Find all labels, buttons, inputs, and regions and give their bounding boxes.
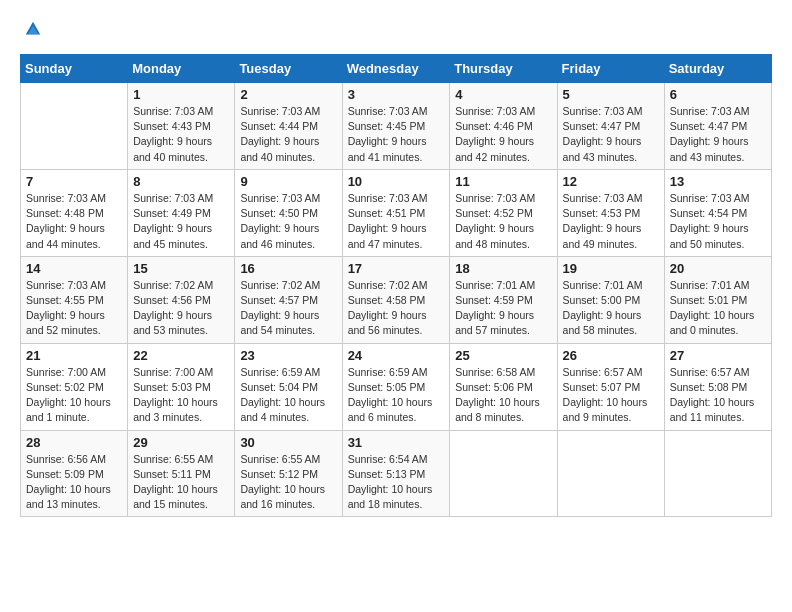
day-info: Sunrise: 6:54 AM Sunset: 5:13 PM Dayligh… <box>348 452 445 513</box>
day-number: 2 <box>240 87 336 102</box>
day-info: Sunrise: 7:03 AM Sunset: 4:48 PM Dayligh… <box>26 191 122 252</box>
calendar-cell: 23Sunrise: 6:59 AM Sunset: 5:04 PM Dayli… <box>235 343 342 430</box>
calendar-cell: 11Sunrise: 7:03 AM Sunset: 4:52 PM Dayli… <box>450 169 557 256</box>
day-number: 15 <box>133 261 229 276</box>
day-number: 24 <box>348 348 445 363</box>
weekday-header: Monday <box>128 55 235 83</box>
calendar-week-row: 28Sunrise: 6:56 AM Sunset: 5:09 PM Dayli… <box>21 430 772 517</box>
calendar-cell: 17Sunrise: 7:02 AM Sunset: 4:58 PM Dayli… <box>342 256 450 343</box>
day-number: 9 <box>240 174 336 189</box>
calendar-cell: 4Sunrise: 7:03 AM Sunset: 4:46 PM Daylig… <box>450 83 557 170</box>
day-number: 30 <box>240 435 336 450</box>
day-info: Sunrise: 7:01 AM Sunset: 5:01 PM Dayligh… <box>670 278 766 339</box>
logo-icon <box>24 20 42 38</box>
calendar-cell: 16Sunrise: 7:02 AM Sunset: 4:57 PM Dayli… <box>235 256 342 343</box>
day-info: Sunrise: 7:03 AM Sunset: 4:50 PM Dayligh… <box>240 191 336 252</box>
day-number: 10 <box>348 174 445 189</box>
day-number: 25 <box>455 348 551 363</box>
day-info: Sunrise: 7:01 AM Sunset: 4:59 PM Dayligh… <box>455 278 551 339</box>
calendar-table: SundayMondayTuesdayWednesdayThursdayFrid… <box>20 54 772 517</box>
day-number: 3 <box>348 87 445 102</box>
day-info: Sunrise: 7:03 AM Sunset: 4:53 PM Dayligh… <box>563 191 659 252</box>
day-number: 22 <box>133 348 229 363</box>
day-info: Sunrise: 7:00 AM Sunset: 5:02 PM Dayligh… <box>26 365 122 426</box>
calendar-week-row: 1Sunrise: 7:03 AM Sunset: 4:43 PM Daylig… <box>21 83 772 170</box>
calendar-cell: 31Sunrise: 6:54 AM Sunset: 5:13 PM Dayli… <box>342 430 450 517</box>
day-info: Sunrise: 7:00 AM Sunset: 5:03 PM Dayligh… <box>133 365 229 426</box>
day-info: Sunrise: 7:03 AM Sunset: 4:49 PM Dayligh… <box>133 191 229 252</box>
calendar-cell: 30Sunrise: 6:55 AM Sunset: 5:12 PM Dayli… <box>235 430 342 517</box>
day-number: 17 <box>348 261 445 276</box>
day-number: 8 <box>133 174 229 189</box>
calendar-cell: 7Sunrise: 7:03 AM Sunset: 4:48 PM Daylig… <box>21 169 128 256</box>
day-number: 19 <box>563 261 659 276</box>
day-number: 27 <box>670 348 766 363</box>
day-number: 12 <box>563 174 659 189</box>
day-info: Sunrise: 6:55 AM Sunset: 5:12 PM Dayligh… <box>240 452 336 513</box>
calendar-cell: 1Sunrise: 7:03 AM Sunset: 4:43 PM Daylig… <box>128 83 235 170</box>
day-info: Sunrise: 6:58 AM Sunset: 5:06 PM Dayligh… <box>455 365 551 426</box>
day-number: 5 <box>563 87 659 102</box>
calendar-cell: 12Sunrise: 7:03 AM Sunset: 4:53 PM Dayli… <box>557 169 664 256</box>
calendar-cell <box>21 83 128 170</box>
logo <box>20 20 42 38</box>
day-info: Sunrise: 7:03 AM Sunset: 4:46 PM Dayligh… <box>455 104 551 165</box>
calendar-cell: 26Sunrise: 6:57 AM Sunset: 5:07 PM Dayli… <box>557 343 664 430</box>
day-info: Sunrise: 7:01 AM Sunset: 5:00 PM Dayligh… <box>563 278 659 339</box>
day-info: Sunrise: 7:03 AM Sunset: 4:47 PM Dayligh… <box>670 104 766 165</box>
day-info: Sunrise: 7:03 AM Sunset: 4:45 PM Dayligh… <box>348 104 445 165</box>
day-number: 16 <box>240 261 336 276</box>
calendar-cell: 10Sunrise: 7:03 AM Sunset: 4:51 PM Dayli… <box>342 169 450 256</box>
day-number: 20 <box>670 261 766 276</box>
calendar-cell: 22Sunrise: 7:00 AM Sunset: 5:03 PM Dayli… <box>128 343 235 430</box>
day-info: Sunrise: 6:57 AM Sunset: 5:07 PM Dayligh… <box>563 365 659 426</box>
calendar-week-row: 14Sunrise: 7:03 AM Sunset: 4:55 PM Dayli… <box>21 256 772 343</box>
day-info: Sunrise: 6:57 AM Sunset: 5:08 PM Dayligh… <box>670 365 766 426</box>
day-info: Sunrise: 7:03 AM Sunset: 4:54 PM Dayligh… <box>670 191 766 252</box>
calendar-cell: 29Sunrise: 6:55 AM Sunset: 5:11 PM Dayli… <box>128 430 235 517</box>
weekday-header: Saturday <box>664 55 771 83</box>
calendar-cell: 18Sunrise: 7:01 AM Sunset: 4:59 PM Dayli… <box>450 256 557 343</box>
calendar-cell: 8Sunrise: 7:03 AM Sunset: 4:49 PM Daylig… <box>128 169 235 256</box>
day-number: 29 <box>133 435 229 450</box>
day-number: 23 <box>240 348 336 363</box>
calendar-cell: 27Sunrise: 6:57 AM Sunset: 5:08 PM Dayli… <box>664 343 771 430</box>
day-number: 1 <box>133 87 229 102</box>
day-number: 6 <box>670 87 766 102</box>
calendar-cell: 5Sunrise: 7:03 AM Sunset: 4:47 PM Daylig… <box>557 83 664 170</box>
calendar-cell <box>664 430 771 517</box>
calendar-week-row: 21Sunrise: 7:00 AM Sunset: 5:02 PM Dayli… <box>21 343 772 430</box>
weekday-header: Wednesday <box>342 55 450 83</box>
calendar-cell <box>557 430 664 517</box>
day-number: 11 <box>455 174 551 189</box>
calendar-cell: 9Sunrise: 7:03 AM Sunset: 4:50 PM Daylig… <box>235 169 342 256</box>
day-info: Sunrise: 6:59 AM Sunset: 5:04 PM Dayligh… <box>240 365 336 426</box>
day-number: 26 <box>563 348 659 363</box>
calendar-week-row: 7Sunrise: 7:03 AM Sunset: 4:48 PM Daylig… <box>21 169 772 256</box>
day-info: Sunrise: 7:03 AM Sunset: 4:44 PM Dayligh… <box>240 104 336 165</box>
day-number: 14 <box>26 261 122 276</box>
calendar-cell: 19Sunrise: 7:01 AM Sunset: 5:00 PM Dayli… <box>557 256 664 343</box>
calendar-cell: 6Sunrise: 7:03 AM Sunset: 4:47 PM Daylig… <box>664 83 771 170</box>
day-number: 21 <box>26 348 122 363</box>
calendar-cell: 15Sunrise: 7:02 AM Sunset: 4:56 PM Dayli… <box>128 256 235 343</box>
page-header <box>20 20 772 38</box>
day-info: Sunrise: 7:03 AM Sunset: 4:47 PM Dayligh… <box>563 104 659 165</box>
day-number: 13 <box>670 174 766 189</box>
day-info: Sunrise: 7:03 AM Sunset: 4:51 PM Dayligh… <box>348 191 445 252</box>
calendar-cell: 13Sunrise: 7:03 AM Sunset: 4:54 PM Dayli… <box>664 169 771 256</box>
day-number: 31 <box>348 435 445 450</box>
day-info: Sunrise: 6:56 AM Sunset: 5:09 PM Dayligh… <box>26 452 122 513</box>
weekday-header: Tuesday <box>235 55 342 83</box>
weekday-header-row: SundayMondayTuesdayWednesdayThursdayFrid… <box>21 55 772 83</box>
day-number: 18 <box>455 261 551 276</box>
day-info: Sunrise: 7:03 AM Sunset: 4:55 PM Dayligh… <box>26 278 122 339</box>
calendar-cell: 2Sunrise: 7:03 AM Sunset: 4:44 PM Daylig… <box>235 83 342 170</box>
calendar-cell: 25Sunrise: 6:58 AM Sunset: 5:06 PM Dayli… <box>450 343 557 430</box>
day-info: Sunrise: 7:02 AM Sunset: 4:58 PM Dayligh… <box>348 278 445 339</box>
day-number: 7 <box>26 174 122 189</box>
weekday-header: Thursday <box>450 55 557 83</box>
calendar-cell: 3Sunrise: 7:03 AM Sunset: 4:45 PM Daylig… <box>342 83 450 170</box>
calendar-cell: 14Sunrise: 7:03 AM Sunset: 4:55 PM Dayli… <box>21 256 128 343</box>
weekday-header: Friday <box>557 55 664 83</box>
